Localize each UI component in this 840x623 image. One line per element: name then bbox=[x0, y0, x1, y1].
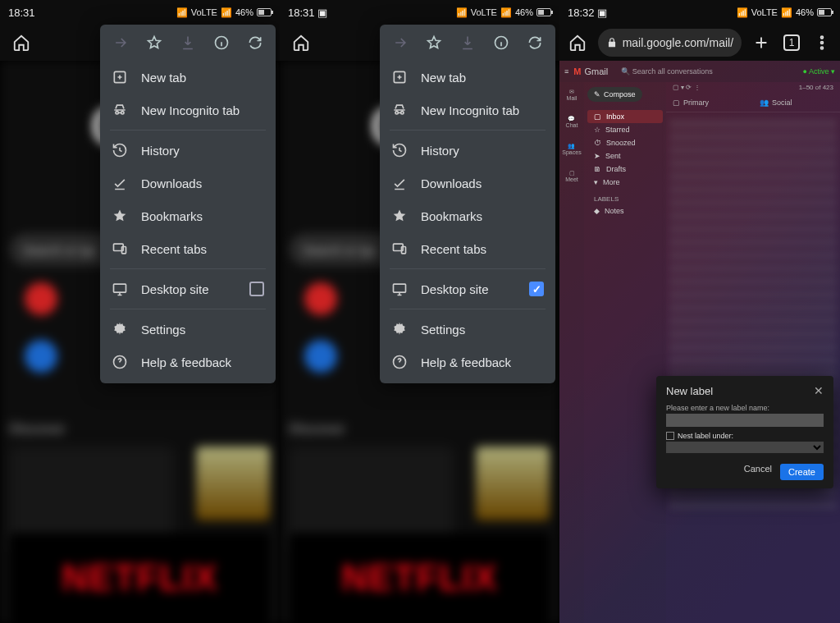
gmail-sidebar: ✎ Compose ▢ Inbox ☆ Starred ⏱ Snoozed ➤ … bbox=[584, 82, 666, 623]
download-icon[interactable] bbox=[454, 29, 482, 57]
menu-label: Downloads bbox=[421, 176, 482, 190]
more-icon[interactable] bbox=[808, 26, 835, 59]
menu-label: History bbox=[141, 144, 180, 158]
compose-button[interactable]: ✎ Compose bbox=[587, 87, 642, 102]
home-icon[interactable] bbox=[564, 26, 591, 59]
rail-mail[interactable]: ✉Mail bbox=[567, 89, 578, 101]
gmail-logo: M Gmail bbox=[573, 66, 608, 76]
tab-social[interactable]: 👥 Social bbox=[753, 93, 840, 112]
menu-label: Help & feedback bbox=[141, 355, 231, 369]
label-name-input[interactable] bbox=[666, 414, 824, 427]
status-active[interactable]: ● Active ▾ bbox=[803, 67, 835, 76]
nest-checkbox[interactable] bbox=[666, 432, 674, 440]
sidebar-notes[interactable]: ◆ Notes bbox=[587, 204, 663, 218]
status-right: 📶VoLTE 📶 46% bbox=[176, 7, 272, 18]
reload-icon[interactable] bbox=[241, 29, 269, 57]
menu-bookmarks[interactable]: Bookmarks bbox=[380, 199, 555, 232]
screenshot-notif-icon: ▣ bbox=[317, 7, 327, 19]
status-bar: 18:31 ▣ 📶VoLTE 📶 46% bbox=[280, 0, 559, 25]
menu-help[interactable]: Help & feedback bbox=[380, 346, 555, 378]
forward-icon[interactable] bbox=[386, 29, 414, 57]
info-icon[interactable] bbox=[487, 29, 515, 57]
menu-settings[interactable]: Settings bbox=[100, 313, 276, 346]
overflow-menu: New tab New Incognito tab History Downlo… bbox=[100, 25, 276, 383]
discover-label: Discover bbox=[290, 422, 345, 437]
home-icon[interactable] bbox=[285, 26, 317, 59]
forward-icon[interactable] bbox=[107, 29, 135, 57]
gmail-main: ▢ ▾ ⟳ ⋮ 1–50 of 423 ▢ Primary 👥 Social bbox=[666, 82, 840, 623]
menu-new-tab[interactable]: New tab bbox=[380, 61, 555, 94]
gmail-topbar: ≡ M Gmail 🔍 Search all conversations ● A… bbox=[559, 61, 840, 82]
menu-label: Bookmarks bbox=[421, 209, 482, 223]
rail-spaces[interactable]: 👥Spaces bbox=[562, 143, 581, 155]
tab-primary[interactable]: ▢ Primary bbox=[666, 93, 753, 112]
status-right: 📶VoLTE 📶 46% bbox=[456, 7, 551, 18]
desktop-site-checkbox[interactable] bbox=[529, 282, 544, 296]
rail-chat[interactable]: 💬Chat bbox=[566, 116, 578, 128]
rail-meet[interactable]: ▢Meet bbox=[565, 170, 578, 182]
new-tab-icon[interactable] bbox=[748, 26, 775, 59]
create-button[interactable]: Create bbox=[780, 464, 824, 480]
nest-select[interactable] bbox=[666, 442, 824, 453]
menu-label: Bookmarks bbox=[141, 209, 203, 223]
desktop-icon bbox=[112, 281, 128, 297]
sidebar-drafts[interactable]: 🗎 Drafts bbox=[587, 163, 663, 176]
menu-new-tab[interactable]: New tab bbox=[100, 61, 276, 94]
menu-downloads[interactable]: Downloads bbox=[380, 167, 555, 199]
devices-icon bbox=[391, 240, 408, 257]
menu-icon[interactable]: ≡ bbox=[564, 67, 568, 76]
svg-rect-11 bbox=[394, 284, 406, 292]
new-label-dialog: New label ✕ Please enter a new label nam… bbox=[656, 376, 833, 488]
menu-label: Desktop site bbox=[421, 282, 489, 296]
download-icon[interactable] bbox=[174, 29, 202, 57]
close-icon[interactable]: ✕ bbox=[814, 384, 824, 397]
reload-icon[interactable] bbox=[521, 29, 549, 57]
gmail-search[interactable]: 🔍 Search all conversations bbox=[613, 67, 797, 76]
sidebar-inbox[interactable]: ▢ Inbox bbox=[587, 110, 663, 123]
panel-c: 18:32 ▣ 📶VoLTE 📶 46% mail.google.com/mai… bbox=[559, 0, 840, 623]
menu-history[interactable]: History bbox=[380, 134, 555, 167]
menu-bookmarks[interactable]: Bookmarks bbox=[100, 199, 276, 232]
desktop-site-checkbox[interactable] bbox=[249, 282, 264, 296]
menu-toolbar bbox=[100, 25, 276, 61]
menu-help[interactable]: Help & feedback bbox=[100, 346, 276, 378]
gmail-page: ≡ M Gmail 🔍 Search all conversations ● A… bbox=[559, 61, 840, 623]
sidebar-snoozed[interactable]: ⏱ Snoozed bbox=[587, 136, 663, 149]
svg-point-16 bbox=[820, 47, 823, 49]
url-bar[interactable]: mail.google.com/mail/ bbox=[598, 29, 742, 57]
discover-label: Discover bbox=[10, 422, 66, 437]
netflix-card[interactable]: NETFLIX bbox=[10, 533, 270, 623]
menu-recent-tabs[interactable]: Recent tabs bbox=[100, 232, 276, 265]
menu-label: Settings bbox=[421, 323, 465, 337]
panel-b: 18:31 ▣ 📶VoLTE 📶 46% G Search or type we… bbox=[280, 0, 559, 623]
sidebar-more[interactable]: ▾ More bbox=[587, 176, 663, 189]
home-icon[interactable] bbox=[5, 26, 38, 59]
menu-label: New tab bbox=[421, 71, 466, 85]
star-icon[interactable] bbox=[420, 29, 448, 57]
svg-point-14 bbox=[820, 36, 823, 39]
menu-desktop-site[interactable]: Desktop site bbox=[380, 273, 555, 305]
dialog-title-text: New label bbox=[666, 385, 713, 397]
menu-label: Recent tabs bbox=[421, 242, 486, 256]
info-icon[interactable] bbox=[208, 29, 235, 57]
menu-label: Downloads bbox=[141, 176, 202, 190]
download-done-icon bbox=[112, 175, 128, 191]
browser-bar: mail.google.com/mail/ 1 bbox=[559, 25, 840, 61]
menu-history[interactable]: History bbox=[100, 134, 276, 167]
sidebar-sent[interactable]: ➤ Sent bbox=[587, 149, 663, 163]
menu-new-incognito[interactable]: New Incognito tab bbox=[380, 94, 555, 126]
menu-recent-tabs[interactable]: Recent tabs bbox=[380, 232, 555, 265]
screenshot-notif-icon: ▣ bbox=[597, 7, 607, 19]
netflix-card[interactable]: NETFLIX bbox=[290, 533, 550, 623]
cancel-button[interactable]: Cancel bbox=[744, 464, 772, 480]
menu-settings[interactable]: Settings bbox=[380, 313, 555, 346]
menu-downloads[interactable]: Downloads bbox=[100, 167, 276, 199]
gmail-toolbar-meta: ▢ ▾ ⟳ ⋮ 1–50 of 423 bbox=[666, 82, 840, 93]
star-icon[interactable] bbox=[140, 29, 168, 57]
menu-new-incognito[interactable]: New Incognito tab bbox=[100, 94, 276, 126]
sidebar-labels-header: LABELS bbox=[587, 189, 663, 204]
tabs-icon[interactable]: 1 bbox=[778, 26, 806, 59]
star-solid-icon bbox=[112, 208, 128, 224]
menu-desktop-site[interactable]: Desktop site bbox=[100, 273, 276, 305]
sidebar-starred[interactable]: ☆ Starred bbox=[587, 123, 663, 136]
